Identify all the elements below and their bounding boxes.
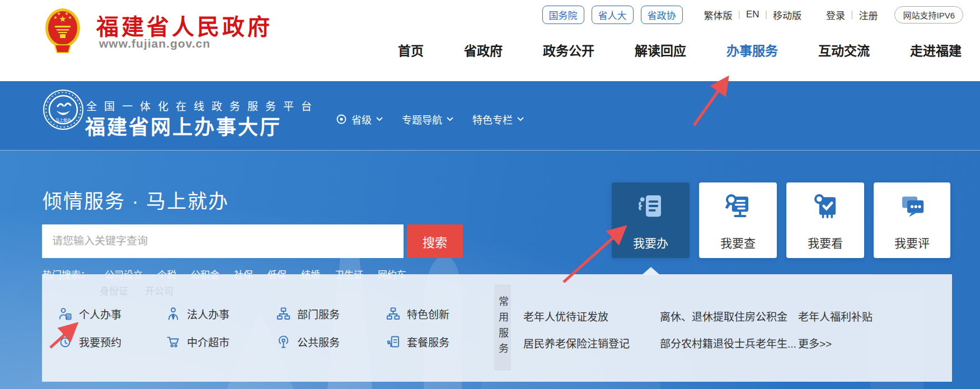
card-i-want-to-view[interactable]: 我要看 <box>786 182 864 258</box>
banner-menu: 省级 专题导航 特色专栏 <box>336 112 524 126</box>
hot-keyword[interactable]: 开公司 <box>145 283 174 297</box>
topics-menu[interactable]: 专题导航 <box>402 112 453 126</box>
nav-interaction[interactable]: 互动交流 <box>818 40 870 59</box>
login-link[interactable]: 登录 <box>826 8 845 22</box>
category-label: 法人办事 <box>187 306 229 321</box>
legal-person-icon <box>166 306 181 321</box>
ipv6-badge: 网站支持IPV6 <box>894 6 963 24</box>
category-label: 公共服务 <box>297 334 340 349</box>
category-label: 我要预约 <box>79 334 121 349</box>
clipboard-list-icon <box>636 191 666 221</box>
alarm-clock-icon <box>58 334 73 349</box>
category-label: 中介超市 <box>187 334 229 349</box>
search-button[interactable]: 搜索 <box>407 224 463 258</box>
topics-label: 专题导航 <box>402 112 442 126</box>
region-label: 省级 <box>351 112 372 126</box>
divider: | <box>738 9 740 20</box>
divider: | <box>765 9 767 20</box>
service-hall-smiley-badge-icon: 马上就办 <box>43 89 84 130</box>
divider: | <box>851 9 853 20</box>
header-utility-bar: 国务院 省人大 省政协 繁体版 | EN | 移动版 登录 | 注册 网站支持I… <box>535 7 963 22</box>
nav-services[interactable]: 办事服务 <box>726 40 778 59</box>
category-label: 套餐服务 <box>407 334 449 349</box>
english-link[interactable]: EN <box>746 9 759 20</box>
auth-links: 登录 | 注册 <box>826 8 878 22</box>
card-label: 我要办 <box>633 234 668 251</box>
shopping-cart-icon <box>166 334 181 349</box>
nav-interpretation[interactable]: 解读回应 <box>635 40 686 59</box>
service-link[interactable]: 部分农村籍退役士兵老年生... <box>660 335 796 350</box>
category-intermediary-market[interactable]: 中介超市 <box>166 333 229 350</box>
svg-text:★: ★ <box>68 15 72 20</box>
language-switcher: 繁体版 | EN | 移动版 <box>704 8 801 22</box>
service-link[interactable]: 居民养老保险注销登记 <box>523 335 630 350</box>
more-link[interactable]: 更多>> <box>798 335 832 350</box>
mobile-version-link[interactable]: 移动版 <box>773 8 801 22</box>
traditional-chinese-link[interactable]: 繁体版 <box>704 8 733 22</box>
package-service-icon <box>386 334 401 349</box>
nav-provincial-gov[interactable]: 省政府 <box>464 40 503 59</box>
category-package-services[interactable]: 套餐服务 <box>386 333 449 350</box>
service-link[interactable]: 老年人福利补贴 <box>798 308 873 324</box>
chevron-down-icon <box>517 117 524 121</box>
card-i-want-to-rate[interactable]: 我要评 <box>874 182 950 258</box>
search-box <box>42 224 404 258</box>
card-label: 我要查 <box>720 234 756 251</box>
panel-notch <box>642 267 660 275</box>
hot-search-row-2: 身份证 开公司 <box>100 283 174 297</box>
national-emblem-icon: ★ ★ ★ ★ ★ <box>44 7 82 55</box>
site-url: www.fujian.gov.cn <box>99 37 210 50</box>
card-label: 我要看 <box>808 234 843 251</box>
category-public-services[interactable]: 公共服务 <box>276 333 340 350</box>
special-columns-label: 特色专栏 <box>472 112 513 126</box>
hero-section: 倾情服务 · 马上就办 搜索 热门搜索： 公司设立 个税 公积金 社保 低保 结… <box>0 150 980 389</box>
broadcast-icon <box>276 334 291 349</box>
search-input[interactable] <box>42 224 404 258</box>
card-label: 我要评 <box>894 234 930 251</box>
nav-gov-affairs[interactable]: 政务公开 <box>543 40 594 59</box>
sitemap-icon <box>386 306 401 321</box>
category-featured-innovation[interactable]: 特色创新 <box>386 305 449 322</box>
main-nav: 首页 省政府 政务公开 解读回应 办事服务 互动交流 走进福建 <box>398 40 962 59</box>
service-link[interactable]: 老年人优待证发放 <box>523 308 608 324</box>
provincial-congress-button[interactable]: 省人大 <box>592 6 634 24</box>
nav-about-fujian[interactable]: 走进福建 <box>910 40 962 59</box>
page: ★ ★ ★ ★ ★ 福建省人民政府 www.fujian.gov.cn 国务院 … <box>0 0 980 389</box>
common-services-strip: 常用服务 <box>494 284 511 371</box>
category-label: 特色创新 <box>407 306 449 321</box>
comment-bubbles-icon <box>897 191 927 221</box>
svg-text:马上就办: 马上就办 <box>55 118 71 123</box>
category-legal-person-services[interactable]: 法人办事 <box>166 305 229 322</box>
register-link[interactable]: 注册 <box>859 8 878 22</box>
chevron-down-icon <box>376 117 383 121</box>
hot-keyword[interactable]: 身份证 <box>100 283 128 297</box>
monitor-check-icon <box>810 191 841 221</box>
search-monitor-icon <box>723 191 753 221</box>
location-target-icon <box>336 114 347 125</box>
site-header: ★ ★ ★ ★ ★ 福建省人民政府 www.fujian.gov.cn 国务院 … <box>0 0 980 81</box>
common-services-label: 常用服务 <box>495 296 510 359</box>
hero-slogan: 倾情服务 · 马上就办 <box>43 185 229 214</box>
person-icon <box>58 306 73 321</box>
category-personal-services[interactable]: 个人办事 <box>58 305 121 322</box>
service-link[interactable]: 离休、退休提取住房公积金 <box>660 308 787 324</box>
card-i-want-to-apply[interactable]: 我要办 <box>612 182 690 258</box>
region-selector[interactable]: 省级 <box>336 112 383 126</box>
services-mega-panel: 身份证 开公司 个人办事 <box>42 274 952 382</box>
special-columns-menu[interactable]: 特色专栏 <box>472 112 524 126</box>
card-i-want-to-check[interactable]: 我要查 <box>699 182 777 258</box>
category-appointment[interactable]: 我要预约 <box>58 333 121 350</box>
service-hall-title: 福建省网上办事大厅 <box>85 111 282 140</box>
nav-home[interactable]: 首页 <box>398 40 424 59</box>
category-label: 部门服务 <box>297 306 340 321</box>
category-label: 个人办事 <box>79 306 121 321</box>
service-hall-banner: 马上就办 全国一体化在线政务服务平台 福建省网上办事大厅 省级 专题导航 特色专… <box>0 81 980 150</box>
chevron-down-icon <box>447 117 453 121</box>
sitemap-icon <box>276 306 291 321</box>
svg-text:★: ★ <box>57 11 60 16</box>
provincial-cppcc-button[interactable]: 省政协 <box>641 6 683 24</box>
gov-council-button[interactable]: 国务院 <box>542 6 584 24</box>
category-department-services[interactable]: 部门服务 <box>276 305 340 322</box>
